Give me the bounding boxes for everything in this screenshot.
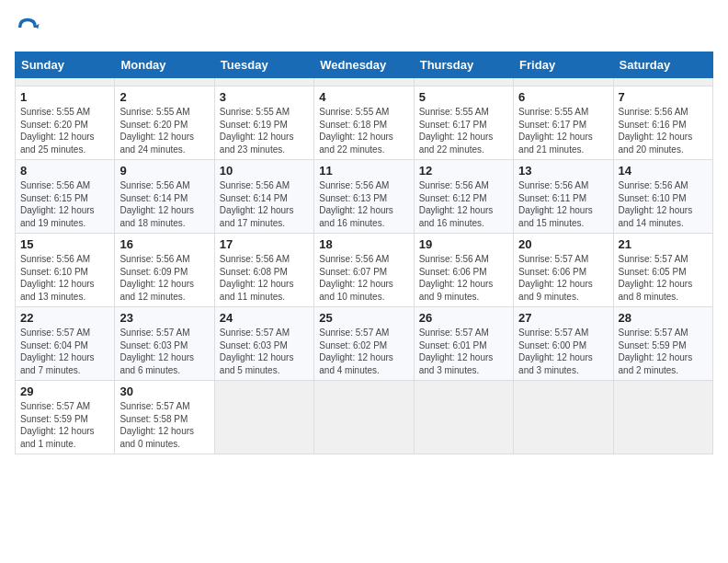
calendar-cell bbox=[214, 381, 313, 454]
weekday-header-wednesday: Wednesday bbox=[314, 52, 414, 78]
day-info: Sunrise: 5:57 AM Sunset: 6:02 PM Dayligh… bbox=[319, 327, 408, 376]
calendar-cell: 29Sunrise: 5:57 AM Sunset: 5:59 PM Dayli… bbox=[16, 381, 115, 454]
day-info: Sunrise: 5:57 AM Sunset: 5:58 PM Dayligh… bbox=[119, 400, 209, 450]
calendar-cell: 26Sunrise: 5:57 AM Sunset: 6:01 PM Dayli… bbox=[414, 307, 513, 381]
calendar-cell: 3Sunrise: 5:55 AM Sunset: 6:19 PM Daylig… bbox=[214, 86, 313, 160]
day-number: 24 bbox=[220, 311, 309, 325]
calendar-cell bbox=[414, 78, 513, 86]
calendar-cell bbox=[214, 78, 313, 86]
day-info: Sunrise: 5:56 AM Sunset: 6:15 PM Dayligh… bbox=[20, 179, 109, 229]
day-number: 13 bbox=[518, 164, 608, 178]
weekday-header-monday: Monday bbox=[115, 52, 214, 78]
day-info: Sunrise: 5:56 AM Sunset: 6:07 PM Dayligh… bbox=[319, 253, 408, 303]
calendar-week-3: 15Sunrise: 5:56 AM Sunset: 6:10 PM Dayli… bbox=[16, 234, 713, 307]
calendar-cell: 22Sunrise: 5:57 AM Sunset: 6:04 PM Dayli… bbox=[16, 307, 115, 381]
calendar-table: SundayMondayTuesdayWednesdayThursdayFrid… bbox=[15, 52, 713, 454]
calendar-cell bbox=[514, 78, 613, 86]
day-number: 22 bbox=[20, 311, 109, 325]
day-number: 8 bbox=[20, 164, 109, 178]
day-info: Sunrise: 5:56 AM Sunset: 6:12 PM Dayligh… bbox=[419, 179, 508, 229]
day-info: Sunrise: 5:56 AM Sunset: 6:14 PM Dayligh… bbox=[119, 179, 209, 229]
calendar-cell bbox=[414, 381, 513, 454]
calendar-cell: 20Sunrise: 5:57 AM Sunset: 6:06 PM Dayli… bbox=[514, 234, 613, 307]
day-info: Sunrise: 5:56 AM Sunset: 6:08 PM Dayligh… bbox=[220, 253, 309, 303]
day-number: 30 bbox=[119, 385, 209, 398]
day-info: Sunrise: 5:57 AM Sunset: 6:01 PM Dayligh… bbox=[419, 327, 508, 376]
calendar-cell bbox=[115, 78, 214, 86]
day-info: Sunrise: 5:56 AM Sunset: 6:09 PM Dayligh… bbox=[119, 253, 209, 303]
calendar-week-1: 1Sunrise: 5:55 AM Sunset: 6:20 PM Daylig… bbox=[16, 86, 713, 160]
calendar-cell: 27Sunrise: 5:57 AM Sunset: 6:00 PM Dayli… bbox=[514, 307, 613, 381]
day-number: 20 bbox=[518, 237, 608, 251]
day-number: 6 bbox=[518, 90, 608, 104]
calendar-cell: 14Sunrise: 5:56 AM Sunset: 6:10 PM Dayli… bbox=[613, 160, 712, 234]
calendar-cell: 24Sunrise: 5:57 AM Sunset: 6:03 PM Dayli… bbox=[214, 307, 313, 381]
calendar-week-5: 29Sunrise: 5:57 AM Sunset: 5:59 PM Dayli… bbox=[16, 381, 713, 454]
calendar-cell bbox=[314, 381, 414, 454]
day-number: 7 bbox=[619, 90, 708, 104]
day-info: Sunrise: 5:56 AM Sunset: 6:11 PM Dayligh… bbox=[518, 179, 608, 229]
day-info: Sunrise: 5:55 AM Sunset: 6:17 PM Dayligh… bbox=[419, 106, 508, 155]
calendar-cell bbox=[613, 381, 712, 454]
calendar-cell bbox=[314, 78, 414, 86]
day-number: 25 bbox=[319, 311, 408, 325]
calendar-cell bbox=[16, 78, 115, 86]
weekday-header-friday: Friday bbox=[514, 52, 613, 78]
calendar-cell: 13Sunrise: 5:56 AM Sunset: 6:11 PM Dayli… bbox=[514, 160, 613, 234]
calendar-cell: 5Sunrise: 5:55 AM Sunset: 6:17 PM Daylig… bbox=[414, 86, 513, 160]
day-number: 2 bbox=[119, 90, 209, 104]
day-info: Sunrise: 5:56 AM Sunset: 6:06 PM Dayligh… bbox=[419, 253, 508, 303]
day-number: 3 bbox=[220, 90, 309, 104]
day-number: 29 bbox=[20, 385, 109, 398]
calendar-week-4: 22Sunrise: 5:57 AM Sunset: 6:04 PM Dayli… bbox=[16, 307, 713, 381]
calendar-cell: 28Sunrise: 5:57 AM Sunset: 5:59 PM Dayli… bbox=[613, 307, 712, 381]
day-number: 26 bbox=[419, 311, 508, 325]
day-number: 23 bbox=[119, 311, 209, 325]
day-number: 4 bbox=[319, 90, 408, 104]
day-info: Sunrise: 5:57 AM Sunset: 5:59 PM Dayligh… bbox=[619, 327, 708, 376]
day-info: Sunrise: 5:55 AM Sunset: 6:19 PM Dayligh… bbox=[220, 106, 309, 155]
day-info: Sunrise: 5:57 AM Sunset: 5:59 PM Dayligh… bbox=[20, 400, 109, 450]
calendar-cell: 2Sunrise: 5:55 AM Sunset: 6:20 PM Daylig… bbox=[115, 86, 214, 160]
day-number: 11 bbox=[319, 164, 408, 178]
calendar-cell: 11Sunrise: 5:56 AM Sunset: 6:13 PM Dayli… bbox=[314, 160, 414, 234]
day-info: Sunrise: 5:56 AM Sunset: 6:10 PM Dayligh… bbox=[20, 253, 109, 303]
day-info: Sunrise: 5:55 AM Sunset: 6:17 PM Dayligh… bbox=[518, 106, 608, 155]
day-number: 17 bbox=[220, 237, 309, 251]
calendar-cell bbox=[613, 78, 712, 86]
day-info: Sunrise: 5:55 AM Sunset: 6:20 PM Dayligh… bbox=[119, 106, 209, 155]
calendar-cell: 6Sunrise: 5:55 AM Sunset: 6:17 PM Daylig… bbox=[514, 86, 613, 160]
day-number: 21 bbox=[619, 237, 708, 251]
weekday-header-tuesday: Tuesday bbox=[214, 52, 313, 78]
day-number: 27 bbox=[518, 311, 608, 325]
day-number: 1 bbox=[20, 90, 109, 104]
calendar-cell: 17Sunrise: 5:56 AM Sunset: 6:08 PM Dayli… bbox=[214, 234, 313, 307]
calendar-week-2: 8Sunrise: 5:56 AM Sunset: 6:15 PM Daylig… bbox=[16, 160, 713, 234]
day-number: 5 bbox=[419, 90, 508, 104]
calendar-cell: 16Sunrise: 5:56 AM Sunset: 6:09 PM Dayli… bbox=[115, 234, 214, 307]
calendar-cell: 23Sunrise: 5:57 AM Sunset: 6:03 PM Dayli… bbox=[115, 307, 214, 381]
day-number: 15 bbox=[20, 237, 109, 251]
calendar-week-0 bbox=[16, 78, 713, 86]
day-number: 28 bbox=[619, 311, 708, 325]
day-info: Sunrise: 5:55 AM Sunset: 6:18 PM Dayligh… bbox=[319, 106, 408, 155]
weekday-header-saturday: Saturday bbox=[613, 52, 712, 78]
calendar-cell: 1Sunrise: 5:55 AM Sunset: 6:20 PM Daylig… bbox=[16, 86, 115, 160]
calendar-cell: 19Sunrise: 5:56 AM Sunset: 6:06 PM Dayli… bbox=[414, 234, 513, 307]
calendar-cell: 12Sunrise: 5:56 AM Sunset: 6:12 PM Dayli… bbox=[414, 160, 513, 234]
weekday-header-row: SundayMondayTuesdayWednesdayThursdayFrid… bbox=[16, 52, 713, 78]
day-info: Sunrise: 5:56 AM Sunset: 6:13 PM Dayligh… bbox=[319, 179, 408, 229]
calendar-cell: 4Sunrise: 5:55 AM Sunset: 6:18 PM Daylig… bbox=[314, 86, 414, 160]
day-number: 10 bbox=[220, 164, 309, 178]
calendar-header: SundayMondayTuesdayWednesdayThursdayFrid… bbox=[16, 52, 713, 78]
weekday-header-sunday: Sunday bbox=[16, 52, 115, 78]
day-info: Sunrise: 5:56 AM Sunset: 6:10 PM Dayligh… bbox=[619, 179, 708, 229]
calendar-cell bbox=[514, 381, 613, 454]
calendar-cell: 25Sunrise: 5:57 AM Sunset: 6:02 PM Dayli… bbox=[314, 307, 414, 381]
day-info: Sunrise: 5:57 AM Sunset: 6:03 PM Dayligh… bbox=[220, 327, 309, 376]
calendar-cell: 9Sunrise: 5:56 AM Sunset: 6:14 PM Daylig… bbox=[115, 160, 214, 234]
calendar-cell: 18Sunrise: 5:56 AM Sunset: 6:07 PM Dayli… bbox=[314, 234, 414, 307]
calendar-body: 1Sunrise: 5:55 AM Sunset: 6:20 PM Daylig… bbox=[16, 78, 713, 454]
page-header bbox=[15, 15, 713, 40]
calendar-cell: 21Sunrise: 5:57 AM Sunset: 6:05 PM Dayli… bbox=[613, 234, 712, 307]
